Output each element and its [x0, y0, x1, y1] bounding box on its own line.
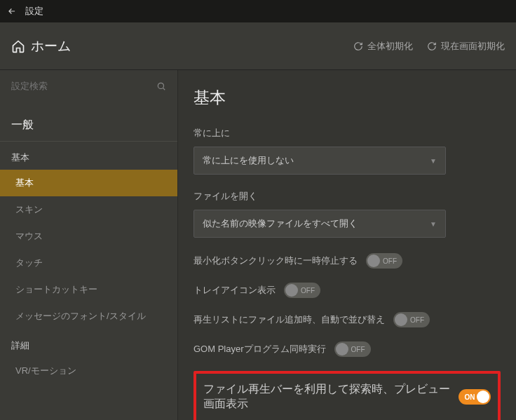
sidebar-item-label: タッチ [15, 257, 43, 268]
sidebar-item-label: スキン [15, 204, 43, 215]
category-detail: 詳細 [0, 330, 177, 358]
page-title: 基本 [194, 87, 501, 109]
category-basic: 基本 [0, 142, 177, 170]
toggle-state: ON [464, 393, 475, 401]
select-value: 似た名前の映像ファイルをすべて開く [203, 217, 358, 230]
reset-current-button[interactable]: 現在画面初期化 [427, 40, 505, 53]
back-icon[interactable] [7, 6, 17, 16]
open-file-select[interactable]: 似た名前の映像ファイルをすべて開く ▼ [194, 210, 446, 238]
search-input[interactable]: 設定検索 [11, 80, 156, 93]
toggle-multi-instance[interactable]: OFF [334, 341, 371, 357]
toggle-knob [336, 343, 348, 355]
sidebar-item-label: ショートカットキー [15, 284, 97, 294]
refresh-icon [353, 41, 363, 51]
sidebar-item-label: 基本 [15, 177, 34, 188]
reset-all-button[interactable]: 全体初期化 [353, 40, 413, 53]
search-icon[interactable] [156, 81, 166, 91]
toggle-auto-sort[interactable]: OFF [393, 312, 430, 327]
sidebar-item-skin[interactable]: スキン [0, 196, 177, 223]
sidebar-item-vr[interactable]: VR/モーション [0, 358, 177, 384]
select-value: 常に上にを使用しない [203, 154, 294, 167]
row-label: トレイアイコン表示 [194, 284, 276, 297]
toggle-knob [367, 255, 380, 267]
chevron-down-icon: ▼ [430, 157, 437, 165]
always-on-top-select[interactable]: 常に上にを使用しない ▼ [194, 147, 446, 175]
sidebar-item-shortcut[interactable]: ショートカットキー [0, 276, 177, 303]
row-label: ファイル再生バーを利用して探索時、プレビュー画面表示 [203, 382, 459, 412]
sidebar-item-message-font[interactable]: メッセージのフォント/スタイル [0, 303, 177, 330]
sidebar-item-basic[interactable]: 基本 [0, 170, 177, 196]
window-title: 設定 [25, 5, 43, 18]
toggle-state: OFF [301, 287, 315, 294]
open-file-label: ファイルを開く [194, 190, 501, 203]
home-heading: ホーム [11, 37, 71, 55]
toggle-state: OFF [383, 257, 397, 265]
sidebar-item-touch[interactable]: タッチ [0, 250, 177, 276]
reset-current-label: 現在画面初期化 [441, 40, 505, 53]
toggle-tray-icon[interactable]: OFF [284, 283, 320, 298]
toggle-knob [395, 313, 407, 326]
sidebar-item-mouse[interactable]: マウス [0, 223, 177, 250]
sidebar-item-label: メッセージのフォント/スタイル [15, 311, 146, 321]
chevron-down-icon: ▼ [430, 220, 437, 228]
toggle-knob [285, 284, 298, 297]
toggle-state: OFF [410, 316, 424, 324]
refresh-icon [427, 41, 437, 51]
home-icon [11, 39, 25, 53]
toggle-state: OFF [351, 346, 365, 353]
row-label: 再生リストにファイル追加時、自動で並び替え [194, 313, 385, 326]
highlighted-setting: ファイル再生バーを利用して探索時、プレビュー画面表示 ON [194, 371, 501, 420]
svg-point-0 [158, 83, 163, 88]
toggle-knob [477, 391, 489, 403]
home-label: ホーム [31, 37, 71, 55]
section-general: 一般 [0, 102, 177, 142]
sidebar-item-label: VR/モーション [15, 365, 76, 376]
row-label: 最小化ボタンクリック時に一時停止する [194, 255, 358, 267]
always-on-top-label: 常に上に [194, 127, 501, 140]
reset-all-label: 全体初期化 [367, 40, 413, 53]
sidebar-item-label: マウス [15, 231, 43, 241]
row-label: GOM Playerプログラム同時実行 [194, 343, 326, 355]
toggle-pause-on-minimize[interactable]: OFF [366, 253, 402, 269]
toggle-seek-preview[interactable]: ON [459, 389, 491, 405]
